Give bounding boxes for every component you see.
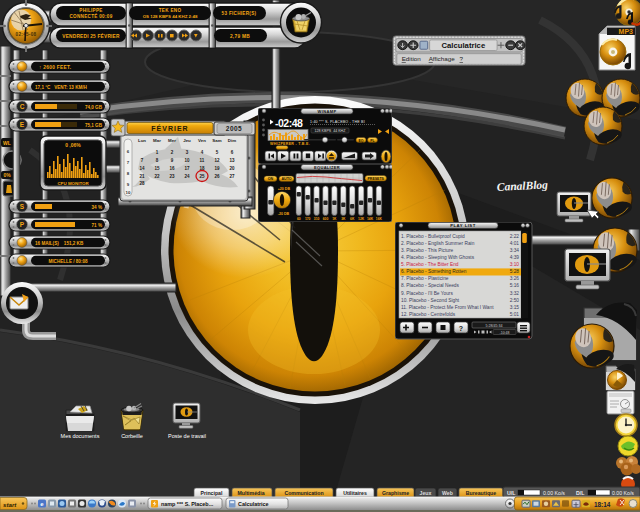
svg-text:18:14: 18:14	[594, 501, 611, 508]
svg-text:Poste de travail: Poste de travail	[168, 433, 206, 439]
svg-text:Utilitaires: Utilitaires	[343, 490, 367, 496]
svg-text:namp *** S. Placeb...: namp *** S. Placeb...	[161, 501, 214, 507]
svg-text:Jeux: Jeux	[420, 490, 432, 496]
svg-text:Calculatrice: Calculatrice	[238, 501, 269, 507]
svg-text:D/L: D/L	[576, 490, 585, 496]
svg-text:Principal: Principal	[201, 490, 223, 496]
svg-text:Mes documents: Mes documents	[61, 433, 100, 439]
svg-text:Communication: Communication	[284, 490, 323, 496]
svg-text:Graphisme: Graphisme	[382, 490, 409, 496]
svg-text:MP3: MP3	[619, 28, 634, 35]
svg-text:Corbeille: Corbeille	[121, 433, 143, 439]
svg-text:0.00 Ko/s: 0.00 Ko/s	[612, 490, 634, 496]
svg-text:Web: Web	[442, 490, 453, 496]
svg-text:Bureautique: Bureautique	[466, 490, 496, 496]
svg-text:0.00 Ko/s: 0.00 Ko/s	[543, 490, 565, 496]
svg-text:start: start	[3, 501, 17, 508]
svg-text:CanalBlog: CanalBlog	[496, 178, 548, 194]
svg-text:Multimédia: Multimédia	[237, 490, 264, 496]
svg-text:U/L: U/L	[507, 490, 516, 496]
